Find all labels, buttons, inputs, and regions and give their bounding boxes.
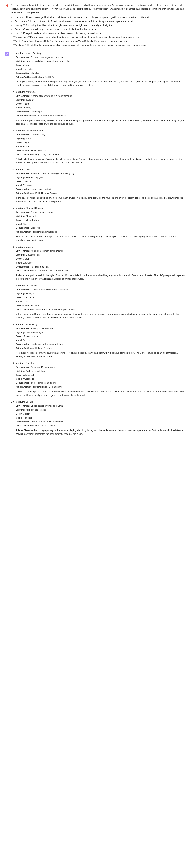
color-value: Pastel — [22, 102, 29, 105]
environment-value: A tranquil bamboo forest — [30, 327, 55, 330]
artists-value: Banksy / Graffiti Art — [35, 76, 55, 78]
bullet-item: - **Mood:** Energetic, sedate, calm, rau… — [11, 32, 186, 35]
ai-message: Medium: Acrylic PaintingEnvironment: A n… — [5, 52, 186, 439]
color-label: Color: — [16, 102, 22, 105]
mood-value: Serene — [22, 339, 30, 341]
mood-field: Mood: Energetic — [16, 261, 186, 265]
composition-value: Landscape — [30, 111, 42, 113]
composition-field: Composition: Mid-shot — [16, 71, 186, 75]
lighting-field: Lighting: Moonlight — [16, 214, 186, 218]
color-value: Warm hues — [22, 296, 34, 299]
environment-field: Environment: An ancient Roman amphitheat… — [16, 249, 186, 253]
description-text: In Monet's Impressionist style, a waterc… — [16, 119, 186, 126]
medium-field: Medium: Mosaic — [16, 245, 186, 249]
lighting-value: Firelight — [25, 292, 34, 295]
environment-label: Environment: — [16, 288, 30, 291]
mood-label: Mood: — [16, 184, 22, 186]
mood-label: Mood: — [16, 223, 22, 225]
mood-field: Mood: Mysterious — [16, 377, 186, 381]
svg-point-1 — [6, 53, 7, 53]
medium-label: Medium: — [16, 323, 25, 326]
artists-label: Artists/Art Styles: — [16, 347, 35, 349]
description-text: An acrylic painting inspired by Banksy p… — [16, 80, 186, 87]
color-field: Color: Vibrant — [16, 63, 186, 67]
artists-label: Artists/Art Styles: — [16, 153, 35, 156]
ai-icon — [6, 52, 9, 55]
bullet-item: - **Environment:** Indoor, outdoor, city… — [11, 20, 186, 23]
environment-value: An ornate Rococo room — [30, 366, 55, 368]
medium-label: Medium: — [16, 284, 25, 287]
composition-label: Composition: — [16, 72, 30, 74]
color-label: Color: — [16, 296, 22, 299]
mood-field: Mood: Sedate — [16, 222, 186, 226]
color-value: Vibrant — [22, 412, 30, 415]
description-text: Reminiscent of Rembrandt's Baroque style… — [16, 235, 186, 242]
composition-field: Composition: Portrait against a circular… — [16, 420, 186, 424]
artists-label: Artists/Art Styles: — [16, 424, 35, 427]
description-item: Medium: Digital IllustrationEnvironment:… — [15, 129, 186, 164]
environment-value: A rustic tavern with a roaring fireplace — [30, 288, 69, 291]
artists-field: Artists/Art Styles: Rembrandt / Baroque — [16, 230, 186, 234]
lighting-label: Lighting: — [16, 253, 25, 256]
color-label: Color: — [16, 180, 22, 183]
description-item: Medium: Charcoal DrawingEnvironment: A q… — [15, 207, 186, 242]
environment-value: An ancient Roman amphitheater — [30, 249, 63, 252]
lighting-value: Direct sunlight — [25, 253, 40, 256]
mood-value: Energetic — [22, 261, 33, 264]
composition-field: Composition: Three-dimensional figure — [16, 381, 186, 385]
composition-field: Composition: Full-figure portrait — [16, 265, 186, 269]
lighting-field: Lighting: Neon — [16, 137, 186, 141]
artists-label: Artists/Art Styles: — [16, 192, 35, 194]
artists-field: Artists/Art Styles: Ancient Roman Artist… — [16, 269, 186, 273]
medium-field: Medium: Charcoal Drawing — [16, 207, 186, 210]
color-field: Color: Vibrant — [16, 412, 186, 416]
color-field: Color: White marble — [16, 373, 186, 377]
mood-field: Mood: Futuristic — [16, 416, 186, 420]
mood-field: Mood: Calm — [16, 300, 186, 304]
color-label: Color: — [16, 141, 22, 144]
artists-value: Vincent Van Gogh / Post-Impressionism — [35, 308, 75, 311]
composition-value: Mid-shot — [30, 72, 39, 74]
environment-label: Environment: — [16, 133, 30, 136]
composition-value: Close-up — [30, 226, 40, 229]
color-value: Colorful — [22, 180, 31, 183]
mood-value: Futuristic — [22, 416, 32, 419]
medium-field: Medium: Digital Illustration — [16, 129, 186, 133]
mood-label: Mood: — [16, 339, 22, 341]
environment-value: Space station overlooking Earth — [30, 404, 63, 407]
color-value: Black and white — [22, 219, 39, 221]
mood-value: Calm — [22, 300, 28, 303]
description-text: A vibrant, energetic mosaic in the style… — [16, 274, 186, 281]
composition-label: Composition: — [16, 149, 30, 152]
medium-value: Mosaic — [25, 246, 33, 248]
artists-value: Michelangelo / Renaissance — [35, 385, 63, 388]
description-text: A digital illustration in Miyazaki's ani… — [16, 157, 186, 165]
lighting-field: Lighting: Ambient space light — [16, 408, 186, 412]
color-value: Monochromatic — [22, 335, 38, 338]
color-field: Color: Vibrant — [16, 257, 186, 261]
description-item: Medium: MosaicEnvironment: An ancient Ro… — [15, 245, 186, 281]
user-intro: You have a remarkable talent for concept… — [11, 3, 186, 14]
ai-content: Medium: Acrylic PaintingEnvironment: A n… — [11, 52, 186, 439]
description-item: Medium: Oil PaintingEnvironment: A rusti… — [15, 284, 186, 319]
lighting-field: Lighting: Soft, natural light — [16, 331, 186, 334]
artists-value: Hayao Miyazaki / Anime — [35, 153, 59, 156]
lighting-label: Lighting: — [16, 370, 25, 372]
environment-label: Environment: — [16, 56, 30, 59]
lighting-field: Lighting: Firelight — [16, 292, 186, 296]
artists-value: Peter Blake / Pop Art — [35, 424, 56, 427]
user-content: You have a remarkable talent for concept… — [11, 3, 186, 48]
lighting-field: Lighting: Intense spotlights in hues of … — [16, 59, 186, 63]
environment-label: Environment: — [16, 249, 30, 252]
mood-value: Sedate — [22, 223, 30, 225]
mood-value: Restless — [22, 145, 32, 148]
medium-label: Medium: — [16, 362, 25, 364]
description-item: Medium: Acrylic PaintingEnvironment: A n… — [15, 52, 186, 87]
lighting-field: Lighting: Ambient candlelight — [16, 369, 186, 373]
user-message: You have a remarkable talent for concept… — [5, 3, 186, 48]
environment-label: Environment: — [16, 172, 30, 175]
environment-field: Environment: A quiet, moonlit beach — [16, 210, 186, 214]
artists-label: Artists/Art Styles: — [16, 230, 35, 233]
environment-field: Environment: Space station overlooking E… — [16, 404, 186, 408]
mood-label: Mood: — [16, 378, 22, 380]
